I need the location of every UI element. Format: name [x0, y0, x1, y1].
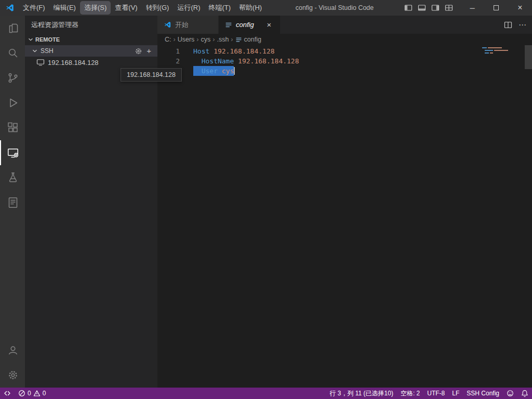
ssh-section-label: SSH — [41, 47, 54, 55]
config-file-icon — [235, 36, 242, 43]
cursor-position[interactable]: 行 3，列 11 (已选择10) — [326, 388, 396, 399]
window-title: config - Visual Studio Code — [296, 4, 374, 11]
feedback-smiley-icon[interactable] — [503, 388, 517, 399]
menu-item-3[interactable]: 查看(V) — [111, 1, 141, 15]
warnings-icon — [33, 390, 41, 397]
eol-setting[interactable]: LF — [448, 388, 463, 399]
config-file-icon — [225, 21, 232, 29]
line-content: Host 192.168.184.128 — [193, 46, 275, 56]
warnings-count: 0 — [43, 390, 46, 397]
code-line-1[interactable]: 1Host 192.168.184.128 — [157, 46, 532, 56]
minimap[interactable] — [482, 47, 514, 55]
run-debug-icon[interactable] — [0, 90, 25, 115]
code-line-3[interactable]: 3 User cys — [157, 66, 532, 76]
tab-label: config — [236, 21, 254, 29]
remote-section-label: REMOTE — [35, 36, 60, 43]
add-ssh-host-icon[interactable]: + — [147, 47, 151, 55]
split-editor-icon[interactable] — [504, 21, 512, 29]
menu-item-7[interactable]: 帮助(H) — [235, 1, 266, 15]
menu-item-2[interactable]: 选择(S) — [80, 1, 111, 15]
menu-item-6[interactable]: 终端(T) — [204, 1, 235, 15]
status-bar: 0 0 行 3，列 11 (已选择10) 空格: 2 UTF-8 LF SSH … — [0, 388, 532, 399]
errors-icon — [18, 390, 25, 397]
activity-bar — [0, 16, 25, 388]
host-tooltip: 192.168.184.128 — [121, 68, 182, 82]
editor-group: 开始 config × ⋯ C:›Users›cy — [157, 16, 532, 388]
settings-gear-icon[interactable] — [0, 363, 25, 388]
toggle-secondary-sidebar-icon[interactable] — [431, 4, 440, 12]
scrollbar-slider[interactable] — [525, 45, 532, 69]
vscode-logo-icon — [5, 3, 15, 12]
close-window-button[interactable]: × — [508, 0, 532, 16]
breadcrumb-item-0[interactable]: C: — [165, 36, 171, 43]
toggle-primary-sidebar-icon[interactable] — [404, 4, 413, 12]
menu-item-5[interactable]: 运行(R) — [173, 1, 204, 15]
minimize-button[interactable]: ─ — [460, 0, 484, 16]
remote-explorer-icon[interactable] — [0, 140, 25, 165]
menu-item-4[interactable]: 转到(G) — [142, 1, 174, 15]
breadcrumb-item-1[interactable]: Users — [178, 36, 195, 43]
customize-layout-icon[interactable] — [445, 4, 453, 12]
explorer-icon[interactable] — [0, 16, 25, 41]
remote-section-header[interactable]: REMOTE — [25, 34, 157, 45]
menu-item-0[interactable]: 文件(F) — [19, 1, 49, 15]
breadcrumb-item-4[interactable]: config — [235, 36, 261, 43]
source-control-icon[interactable] — [0, 65, 25, 90]
toggle-panel-icon[interactable] — [418, 4, 426, 12]
menu-item-1[interactable]: 编辑(E) — [49, 1, 80, 15]
sidebar-title: 远程资源管理器 — [25, 16, 157, 34]
editor-scrollbar[interactable] — [525, 45, 532, 388]
problems-indicator[interactable]: 0 0 — [15, 388, 49, 399]
line-content: User cys — [193, 66, 235, 76]
line-content: HostName 192.168.184.128 — [193, 56, 299, 66]
chevron-down-icon — [28, 36, 34, 43]
tab-welcome[interactable]: 开始 — [157, 16, 219, 34]
indentation-setting[interactable]: 空格: 2 — [397, 388, 423, 399]
chevron-down-icon — [32, 48, 38, 54]
maximize-icon — [494, 5, 499, 10]
notifications-bell-icon[interactable] — [517, 388, 532, 399]
code-editor[interactable]: 1Host 192.168.184.1282 HostName 192.168.… — [157, 45, 532, 388]
tab-label: 开始 — [175, 20, 189, 30]
text-cursor — [234, 67, 235, 75]
line-number: 1 — [157, 46, 180, 56]
breadcrumb-separator: › — [230, 36, 233, 43]
breadcrumb-separator: › — [196, 36, 199, 43]
title-bar: 文件(F)编辑(E)选择(S)查看(V)转到(G)运行(R)终端(T)帮助(H)… — [0, 0, 532, 16]
maximize-button[interactable] — [484, 0, 508, 16]
breadcrumb: C:›Users›cys›.ssh›config — [157, 34, 532, 45]
more-actions-icon[interactable]: ⋯ — [518, 20, 527, 30]
breadcrumb-separator: › — [173, 36, 176, 43]
language-mode[interactable]: SSH Config — [463, 388, 503, 399]
breadcrumb-item-3[interactable]: .ssh — [217, 36, 229, 43]
ssh-host-item[interactable]: 192.168.184.128 — [25, 57, 157, 68]
code-lines: 1Host 192.168.184.1282 HostName 192.168.… — [157, 46, 532, 76]
menu-bar: 文件(F)编辑(E)选择(S)查看(V)转到(G)运行(R)终端(T)帮助(H) — [19, 0, 266, 16]
encoding-setting[interactable]: UTF-8 — [423, 388, 448, 399]
account-icon[interactable] — [0, 338, 25, 363]
breadcrumb-separator: › — [212, 36, 215, 43]
remote-indicator[interactable] — [0, 388, 15, 399]
search-icon[interactable] — [0, 41, 25, 65]
breadcrumb-item-2[interactable]: cys — [201, 36, 211, 43]
close-tab-icon[interactable]: × — [264, 20, 274, 29]
line-number: 2 — [157, 56, 180, 66]
extensions-icon[interactable] — [0, 115, 25, 140]
ssh-tree-item[interactable]: SSH + — [25, 45, 157, 57]
ssh-host-label: 192.168.184.128 — [48, 59, 99, 66]
remote-host-monitor-icon — [36, 58, 45, 66]
errors-count: 0 — [28, 390, 31, 397]
testing-flask-icon[interactable] — [0, 165, 25, 190]
tab-config[interactable]: config × — [219, 16, 280, 34]
vscode-logo-icon — [164, 21, 171, 29]
tab-bar: 开始 config × ⋯ — [157, 16, 532, 34]
text-selection: User cys — [193, 66, 234, 76]
configure-gear-icon[interactable] — [135, 47, 142, 55]
code-line-2[interactable]: 2 HostName 192.168.184.128 — [157, 56, 532, 66]
notebook-icon[interactable] — [0, 190, 25, 215]
